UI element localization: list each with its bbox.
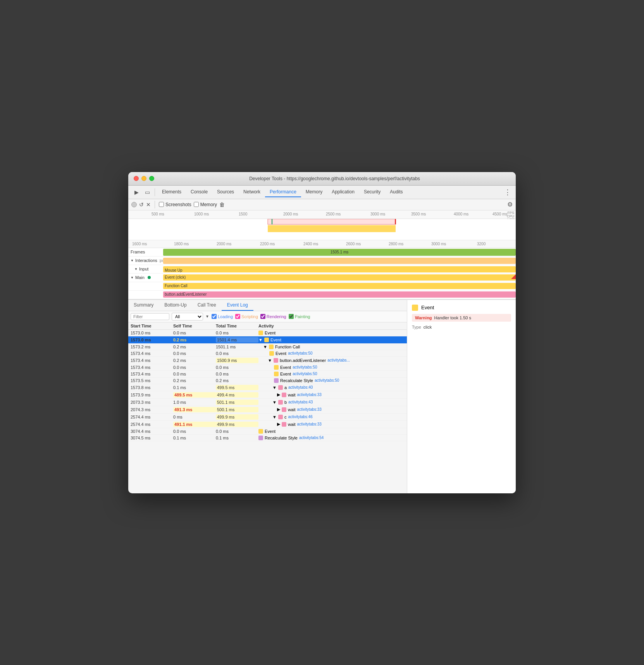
maximize-button[interactable] xyxy=(149,176,154,181)
activity-link[interactable]: activitytabs:46 xyxy=(288,415,312,419)
frames-bar: 1505.1 ms xyxy=(163,249,516,256)
table-row[interactable]: 1573.8 ms 0.1 ms 499.5 ms ▼ a activityta… xyxy=(128,384,407,391)
table-row[interactable]: 2574.4 ms 491.1 ms 499.9 ms ▶ wait activ… xyxy=(128,421,407,428)
tab-call-tree[interactable]: Call Tree xyxy=(192,300,222,311)
scripting-checkbox[interactable] xyxy=(235,314,240,319)
panel-tabs: Summary Bottom-Up Call Tree Event Log xyxy=(128,300,407,311)
table-header: Start Time Self Time Total Time Activity xyxy=(128,322,407,330)
tab-security[interactable]: Security xyxy=(359,187,385,197)
filter-select[interactable]: All Loading Scripting Rendering Painting xyxy=(172,313,203,320)
col-start-time: Start Time xyxy=(131,324,173,328)
event-icon xyxy=(278,400,283,405)
activity-link[interactable]: activitytabs:54 xyxy=(299,436,324,440)
tab-memory[interactable]: Memory xyxy=(301,187,327,197)
main-triangle[interactable]: ▼ xyxy=(131,276,134,279)
tab-network[interactable]: Network xyxy=(239,187,265,197)
svg-rect-4 xyxy=(268,225,396,232)
filter-input[interactable] xyxy=(131,313,169,320)
table-row[interactable]: 1573.0 ms 0.2 ms 1501.4 ms ▼ Event xyxy=(128,336,407,344)
stop-button[interactable]: ✕ xyxy=(146,202,151,208)
input-triangle[interactable]: ▼ xyxy=(134,267,138,271)
tick-500: 500 ms xyxy=(152,212,164,216)
rendering-checkbox[interactable] xyxy=(260,314,265,319)
activity-link[interactable]: activitytabs:33 xyxy=(297,422,322,426)
start-time: 1573.9 ms xyxy=(131,393,173,397)
input-value: Mouse Up xyxy=(163,268,183,272)
table-row[interactable]: 1573.4 ms 0.0 ms 0.0 ms Event activityta… xyxy=(128,350,407,357)
svg-rect-3 xyxy=(272,219,272,224)
loading-checkbox[interactable] xyxy=(212,314,217,319)
tab-summary[interactable]: Summary xyxy=(128,300,159,311)
more-options-button[interactable]: ⋮ xyxy=(503,188,513,196)
activity-link[interactable]: activitytabs:50 xyxy=(288,351,312,355)
total-time: 499.5 ms xyxy=(216,385,258,390)
activity-link[interactable]: activitytabs:33 xyxy=(297,393,322,397)
activity-link[interactable]: activitytabs:50 xyxy=(315,378,339,382)
tab-sources[interactable]: Sources xyxy=(212,187,239,197)
tick-1000: 1000 ms xyxy=(194,212,209,216)
bottom-panel: Summary Bottom-Up Call Tree Event Log Al… xyxy=(128,300,516,493)
self-time: 0.2 ms xyxy=(173,358,216,363)
tab-performance[interactable]: Performance xyxy=(265,187,301,197)
table-row[interactable]: 2073.3 ms 1.0 ms 501.1 ms ▼ b activityta… xyxy=(128,399,407,406)
activity: ▼ c activitytabs:46 xyxy=(258,415,405,419)
memory-checkbox[interactable] xyxy=(194,202,199,207)
tab-application[interactable]: Application xyxy=(327,187,359,197)
tab-bottom-up[interactable]: Bottom-Up xyxy=(159,300,192,311)
detail-event-label: Event xyxy=(421,305,434,310)
table-row[interactable]: 2074.3 ms 491.3 ms 500.1 ms ▶ wait activ… xyxy=(128,406,407,413)
table-row[interactable]: 1573.2 ms 0.2 ms 1501.1 ms ▼ Function Ca… xyxy=(128,344,407,350)
record-button[interactable] xyxy=(131,202,137,207)
close-button[interactable] xyxy=(134,176,139,181)
event-log-panel: Summary Bottom-Up Call Tree Event Log Al… xyxy=(128,300,407,493)
table-row[interactable]: 2574.4 ms 0 ms 499.9 ms ▼ c activitytabs… xyxy=(128,413,407,421)
table-row[interactable]: 1573.5 ms 0.2 ms 0.2 ms Recalculate Styl… xyxy=(128,377,407,384)
table-row[interactable]: 1573.4 ms 0.2 ms 1500.9 ms ▼ button.addE… xyxy=(128,357,407,364)
clear-button[interactable]: 🗑 xyxy=(219,202,225,208)
painting-checkbox[interactable] xyxy=(289,314,294,319)
tab-event-log[interactable]: Event Log xyxy=(222,300,253,311)
activity-link[interactable]: activitytabs:40 xyxy=(288,385,313,389)
memory-label: Memory xyxy=(200,202,217,207)
table-row[interactable]: 1573.4 ms 0.0 ms 0.0 ms Event activityta… xyxy=(128,371,407,377)
main-toolbar: ▶ ▭ Elements Console Sources Network Per… xyxy=(128,186,516,199)
start-time: 1573.2 ms xyxy=(131,345,173,349)
table-row[interactable]: 1573.0 ms 0.0 ms 0.0 ms Event xyxy=(128,330,407,336)
table-body[interactable]: 1573.0 ms 0.0 ms 0.0 ms Event 1573.0 ms … xyxy=(128,330,407,493)
device-icon[interactable]: ▭ xyxy=(142,187,152,197)
mini-chart[interactable] xyxy=(128,219,516,240)
dropdown-arrow-icon: ▼ xyxy=(205,314,209,319)
screenshots-checkbox[interactable] xyxy=(159,202,164,207)
tab-console[interactable]: Console xyxy=(186,187,212,197)
activity-link[interactable]: activitytabs:50 xyxy=(293,372,317,376)
activity-link[interactable]: activitytabs... xyxy=(327,358,350,362)
tab-elements[interactable]: Elements xyxy=(157,187,186,197)
minimize-button[interactable] xyxy=(141,176,146,181)
total-time: 1501.1 ms xyxy=(216,345,258,349)
detail-type-key: Type xyxy=(412,325,421,329)
table-row[interactable]: 3074.4 ms 0.0 ms 0.0 ms Event xyxy=(128,428,407,435)
table-row[interactable]: 3074.5 ms 0.1 ms 0.1 ms Recalculate Styl… xyxy=(128,435,407,441)
activity-link[interactable]: activitytabs:50 xyxy=(293,365,317,369)
table-row[interactable]: 1573.4 ms 0.0 ms 0.0 ms Event activityta… xyxy=(128,364,407,371)
scripting-checkbox-wrap: Scripting xyxy=(235,314,258,319)
activity-link[interactable]: activitytabs:33 xyxy=(297,407,322,412)
interactions-triangle[interactable]: ▼ xyxy=(131,259,134,262)
event-icon xyxy=(274,358,278,363)
inspector-icon[interactable]: ▶ xyxy=(131,187,141,197)
activity: Recalculate Style activitytabs:54 xyxy=(258,436,405,440)
total-time: 500.1 ms xyxy=(216,407,258,412)
activity-link[interactable]: activitytabs:43 xyxy=(288,400,313,404)
activity: Event activitytabs:50 xyxy=(258,351,405,356)
event-icon xyxy=(274,372,279,376)
tab-audits[interactable]: Audits xyxy=(385,187,407,197)
reload-button[interactable]: ↺ xyxy=(139,202,144,208)
event-click-bar: Event (click) xyxy=(163,274,516,281)
event-icon xyxy=(258,331,263,335)
self-time: 0.0 ms xyxy=(173,351,216,356)
table-row[interactable]: 1573.9 ms 489.5 ms 499.4 ms ▶ wait activ… xyxy=(128,391,407,399)
settings-button[interactable]: ⚙ xyxy=(507,201,513,208)
self-time: 491.3 ms xyxy=(173,407,216,412)
activity: Event xyxy=(258,331,405,335)
timeline-ruler-main: 1600 ms 1800 ms 2000 ms 2200 ms 2400 ms … xyxy=(128,240,516,248)
